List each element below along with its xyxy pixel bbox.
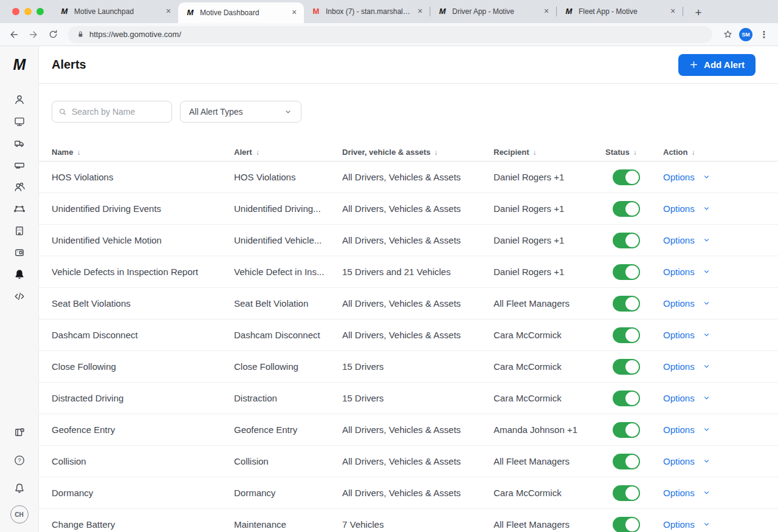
column-header-action[interactable]: Action↓ <box>663 148 778 157</box>
status-toggle[interactable] <box>613 169 640 185</box>
status-toggle[interactable] <box>613 517 640 532</box>
status-toggle[interactable] <box>613 422 640 438</box>
status-toggle[interactable] <box>613 296 640 312</box>
cell-driver-vehicle-assets: 15 Drivers <box>342 361 494 372</box>
back-button[interactable] <box>6 27 22 43</box>
help-button[interactable]: ? <box>9 449 30 471</box>
tab-motive-dashboard[interactable]: M Motive Dashboard × <box>178 2 304 23</box>
options-button[interactable]: Options <box>663 425 711 435</box>
sidebar-nav <box>9 89 30 307</box>
tab-motive-launchpad[interactable]: M Motive Launchpad × <box>52 0 178 23</box>
cell-recipient: Cara McCormick <box>494 393 605 403</box>
sidebar-item-devices[interactable] <box>9 242 30 264</box>
notifications-button[interactable] <box>9 477 30 499</box>
tab-inbox[interactable]: M Inbox (7) - stan.marshal@trucki × <box>304 0 430 23</box>
options-label: Options <box>663 330 695 340</box>
forward-button[interactable] <box>26 27 41 43</box>
toggle-knob <box>625 297 639 310</box>
sidebar-item-users[interactable] <box>9 176 30 198</box>
tab-list: M Motive Launchpad × M Motive Dashboard … <box>52 0 778 23</box>
status-toggle[interactable] <box>613 327 640 343</box>
options-button[interactable]: Options <box>663 330 711 340</box>
column-header-recipient[interactable]: Recipient↓ <box>494 148 605 157</box>
window-zoom-button[interactable] <box>36 8 44 15</box>
sidebar-item-assets[interactable] <box>9 154 30 176</box>
options-button[interactable]: Options <box>663 172 711 182</box>
cell-driver-vehicle-assets: 15 Drivers <box>342 393 494 403</box>
bookmark-button[interactable] <box>720 27 735 43</box>
status-toggle[interactable] <box>613 201 640 217</box>
options-label: Options <box>663 456 695 466</box>
sidebar-item-alerts[interactable] <box>9 264 30 285</box>
sidebar-item-organization[interactable] <box>9 220 30 242</box>
table-header-row: Name↓ Alert↓ Driver, vehicle & assets↓ R… <box>39 143 778 162</box>
status-toggle[interactable] <box>613 485 640 501</box>
sidebar-item-geofences[interactable] <box>9 198 30 220</box>
cell-alert: Geofence Entry <box>234 425 342 435</box>
options-button[interactable]: Options <box>663 519 711 530</box>
status-toggle[interactable] <box>613 359 640 375</box>
cell-recipient: Daniel Rogers +1 <box>494 203 605 214</box>
sidebar-item-vehicles[interactable] <box>9 132 30 154</box>
options-button[interactable]: Options <box>663 488 711 498</box>
options-button[interactable]: Options <box>663 267 711 277</box>
tab-close-icon[interactable]: × <box>668 7 678 16</box>
options-button[interactable]: Options <box>663 235 711 245</box>
chevron-down-icon <box>703 299 711 307</box>
tab-close-icon[interactable]: × <box>289 8 299 18</box>
toggle-knob <box>625 518 639 531</box>
geofence-icon <box>13 203 26 215</box>
column-header-status[interactable]: Status↓ <box>605 148 663 157</box>
chevron-down-icon <box>703 236 711 244</box>
status-toggle[interactable] <box>613 264 640 280</box>
browser-menu-button[interactable]: ⋮ <box>756 27 772 43</box>
options-button[interactable]: Options <box>663 298 711 309</box>
sidebar-item-drivers[interactable] <box>9 89 30 111</box>
status-toggle[interactable] <box>613 390 640 406</box>
status-toggle[interactable] <box>613 233 640 248</box>
browser-profile-avatar[interactable]: SM <box>739 28 752 41</box>
tab-divider <box>683 7 683 16</box>
user-avatar[interactable]: CH <box>10 505 29 523</box>
chevron-down-icon <box>703 363 711 370</box>
address-bar[interactable]: https://web.gomotive.com/ <box>68 26 712 43</box>
sidebar-item-map-updates[interactable] <box>9 421 30 443</box>
window-close-button[interactable] <box>12 8 19 15</box>
table-row: Seat Belt Violations Seat Belt Violation… <box>39 288 778 319</box>
search-input[interactable] <box>72 107 165 117</box>
cell-alert: Dashcam Disconnect <box>234 330 342 340</box>
table-row: Vehicle Defects in Inspection Report Veh… <box>39 256 778 288</box>
table-row: Geofence Entry Geofence Entry All Driver… <box>39 414 778 446</box>
options-button[interactable]: Options <box>663 456 711 466</box>
cell-recipient: All Fleet Managers <box>494 298 605 309</box>
toggle-knob <box>625 392 639 405</box>
tab-driver-app[interactable]: M Driver App - Motive × <box>430 0 556 23</box>
tab-close-icon[interactable]: × <box>415 7 425 16</box>
chevron-down-icon <box>703 520 711 528</box>
cell-name: Close Following <box>52 361 234 372</box>
tab-close-icon[interactable]: × <box>542 7 551 16</box>
options-button[interactable]: Options <box>663 203 711 214</box>
column-header-alert[interactable]: Alert↓ <box>234 148 342 157</box>
tab-fleet-app[interactable]: M Fleet App - Motive × <box>557 0 683 23</box>
add-alert-button[interactable]: Add Alert <box>678 54 756 76</box>
reload-button[interactable] <box>45 27 61 43</box>
sidebar-item-developer[interactable] <box>9 285 30 307</box>
motive-logo[interactable]: M <box>13 56 26 74</box>
toggle-knob <box>625 202 639 216</box>
tab-close-icon[interactable]: × <box>164 7 173 16</box>
toggle-knob <box>625 423 639 437</box>
sidebar-item-dashboard[interactable] <box>9 111 30 132</box>
window-minimize-button[interactable] <box>24 8 32 15</box>
help-icon: ? <box>13 454 26 466</box>
column-header-driver-vehicle-assets[interactable]: Driver, vehicle & assets↓ <box>342 148 494 157</box>
cell-action: Options <box>663 361 778 372</box>
options-button[interactable]: Options <box>663 393 711 403</box>
options-button[interactable]: Options <box>663 361 711 372</box>
status-toggle[interactable] <box>613 454 640 469</box>
new-tab-button[interactable]: + <box>690 5 706 21</box>
alert-type-select[interactable]: All Alert Types <box>180 101 301 123</box>
column-label: Recipient <box>494 148 529 157</box>
column-header-name[interactable]: Name↓ <box>52 148 234 157</box>
tab-title: Inbox (7) - stan.marshal@trucki <box>326 7 410 16</box>
